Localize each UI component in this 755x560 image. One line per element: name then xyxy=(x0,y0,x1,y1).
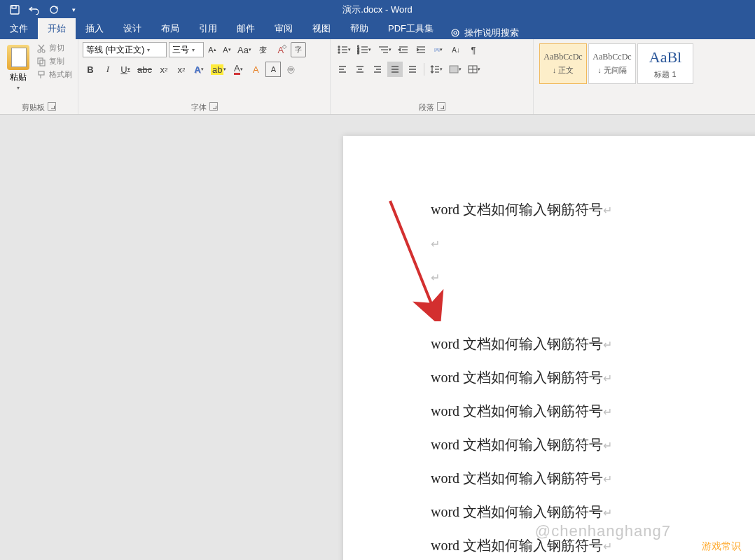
tab-references[interactable]: 引用 xyxy=(189,18,227,39)
enclose-button[interactable]: ㊥ xyxy=(283,62,298,77)
superscript-button[interactable]: x2 xyxy=(174,62,189,77)
tab-file[interactable]: 文件 xyxy=(0,18,38,39)
line-spacing-button[interactable]: ▾ xyxy=(428,62,445,77)
phonetic-guide-button[interactable]: 变 xyxy=(256,42,271,57)
grow-font-button[interactable]: A▴ xyxy=(206,42,219,57)
quick-access-toolbar: ▾ xyxy=(0,1,88,18)
svg-point-12 xyxy=(338,49,340,50)
clear-formatting-button[interactable]: A◇ xyxy=(273,42,289,57)
tab-home[interactable]: 开始 xyxy=(38,18,76,39)
paste-button[interactable]: 粘贴 ▾ xyxy=(4,42,32,94)
svg-point-3 xyxy=(452,29,459,36)
svg-point-14 xyxy=(338,52,340,53)
font-size-combo[interactable]: 三号▾ xyxy=(169,42,204,57)
watermark-user: @chenhanghang7 xyxy=(535,522,671,540)
qat-customize-button[interactable]: ▾ xyxy=(64,1,83,18)
ribbon: 粘贴 ▾ 剪切 复制 格式刷 剪贴板 xyxy=(0,39,755,115)
svg-text:3: 3 xyxy=(357,50,359,55)
format-painter-button[interactable]: 格式刷 xyxy=(35,69,74,80)
strikethrough-button[interactable]: abc xyxy=(135,62,154,77)
font-launcher[interactable] xyxy=(209,102,218,111)
sort-button[interactable]: A↓ xyxy=(448,42,464,57)
font-name-value: 等线 (中文正文) xyxy=(86,44,144,56)
shrink-font-button[interactable]: A▾ xyxy=(221,42,233,57)
doc-line: word 文档如何输入钢筋符号↵ xyxy=(431,428,755,462)
save-button[interactable] xyxy=(6,1,24,18)
redo-button[interactable] xyxy=(45,1,63,18)
font-name-combo[interactable]: 等线 (中文正文)▾ xyxy=(83,42,167,57)
undo-button[interactable] xyxy=(25,1,43,18)
paragraph-launcher[interactable] xyxy=(437,102,445,111)
tab-view[interactable]: 视图 xyxy=(303,18,340,39)
bullets-button[interactable]: ▾ xyxy=(335,42,353,57)
tab-help[interactable]: 帮助 xyxy=(340,18,378,39)
group-font: 等线 (中文正文)▾ 三号▾ A▴ A▾ Aa▾ 变 A◇ 字 B I U▾ xyxy=(78,39,331,114)
align-right-button[interactable] xyxy=(370,62,385,77)
group-paragraph: ▾ 123▾ ▾ [A]▾ A↓ ¶ ▾ ▾ xyxy=(331,39,534,114)
underline-button[interactable]: U▾ xyxy=(118,62,133,77)
show-marks-button[interactable]: ¶ xyxy=(466,42,481,57)
font-color-button[interactable]: A▾ xyxy=(230,62,246,77)
tab-pdf[interactable]: PDF工具集 xyxy=(378,18,443,39)
tell-me-label: 操作说明搜索 xyxy=(464,27,519,39)
distributed-button[interactable] xyxy=(405,62,420,77)
style-normal[interactable]: AaBbCcDc ↓ 正文 xyxy=(539,43,587,84)
subscript-button[interactable]: x2 xyxy=(156,62,172,77)
enclose-characters-button[interactable]: 字 xyxy=(291,42,306,57)
copy-button[interactable]: 复制 xyxy=(35,55,74,67)
doc-line: ↵ xyxy=(431,294,755,328)
italic-button[interactable]: I xyxy=(100,62,116,77)
page[interactable]: word 文档如何输入钢筋符号↵ ↵ ↵ ↵ word 文档如何输入钢筋符号↵ … xyxy=(343,136,755,560)
change-case-button[interactable]: Aa▾ xyxy=(235,42,254,57)
style-preview: AaBl xyxy=(649,48,681,66)
text-effects-button[interactable]: A▾ xyxy=(191,62,207,77)
doc-line: word 文档如何输入钢筋符号↵ xyxy=(431,462,755,496)
align-left-button[interactable] xyxy=(335,62,350,77)
numbering-button[interactable]: 123▾ xyxy=(355,42,373,57)
asian-layout-button[interactable]: [A]▾ xyxy=(431,42,446,57)
align-center-button[interactable] xyxy=(352,62,368,77)
document-area[interactable]: word 文档如何输入钢筋符号↵ ↵ ↵ ↵ word 文档如何输入钢筋符号↵ … xyxy=(0,115,755,560)
increase-indent-button[interactable] xyxy=(413,42,429,57)
svg-rect-49 xyxy=(450,66,458,73)
cut-button[interactable]: 剪切 xyxy=(35,42,74,54)
shading-button[interactable]: ▾ xyxy=(447,62,464,77)
paste-icon xyxy=(7,45,29,70)
ribbon-tabs: 文件 开始 插入 设计 布局 引用 邮件 审阅 视图 帮助 PDF工具集 操作说… xyxy=(0,20,755,39)
font-size-value: 三号 xyxy=(172,44,189,56)
watermark-source: 游戏常识 xyxy=(702,540,741,553)
tab-design[interactable]: 设计 xyxy=(113,18,151,39)
decrease-indent-button[interactable] xyxy=(396,42,411,57)
multilevel-list-button[interactable]: ▾ xyxy=(375,42,394,57)
doc-line: word 文档如何输入钢筋符号↵ xyxy=(431,361,755,395)
titlebar: ▾ 演示.docx - Word xyxy=(0,0,755,20)
justify-button[interactable] xyxy=(387,62,403,77)
style-preview: AaBbCcDc xyxy=(593,52,631,62)
borders-button[interactable]: ▾ xyxy=(466,62,483,77)
clipboard-launcher[interactable] xyxy=(48,102,56,111)
tab-layout[interactable]: 布局 xyxy=(151,18,189,39)
style-name: ↓ 无间隔 xyxy=(597,65,627,76)
window-title: 演示.docx - Word xyxy=(342,4,412,16)
svg-point-6 xyxy=(42,50,45,52)
doc-line: word 文档如何输入钢筋符号↵ xyxy=(431,395,755,428)
bold-button[interactable]: B xyxy=(83,62,98,77)
svg-point-10 xyxy=(338,46,340,48)
clipboard-group-label: 剪贴板 xyxy=(22,102,45,113)
group-styles: AaBbCcDc ↓ 正文 AaBbCcDc ↓ 无间隔 AaBl 标题 1 xyxy=(534,39,699,114)
character-shading-button[interactable]: A xyxy=(248,62,263,77)
tab-review[interactable]: 审阅 xyxy=(265,18,303,39)
font-group-label: 字体 xyxy=(191,102,207,113)
tell-me-search[interactable]: 操作说明搜索 xyxy=(443,27,526,39)
svg-rect-1 xyxy=(12,6,16,8)
doc-line: word 文档如何输入钢筋符号↵ xyxy=(431,328,755,361)
character-border-button[interactable]: A xyxy=(265,62,281,77)
style-preview: AaBbCcDc xyxy=(543,52,582,62)
cut-label: 剪切 xyxy=(49,43,64,53)
doc-line: word 文档如何输入钢筋符号↵ xyxy=(431,193,755,227)
tab-insert[interactable]: 插入 xyxy=(76,18,113,39)
tab-mail[interactable]: 邮件 xyxy=(227,18,265,39)
style-heading1[interactable]: AaBl 标题 1 xyxy=(637,43,693,84)
highlight-button[interactable]: ab▾ xyxy=(209,62,228,77)
style-no-spacing[interactable]: AaBbCcDc ↓ 无间隔 xyxy=(588,43,636,84)
